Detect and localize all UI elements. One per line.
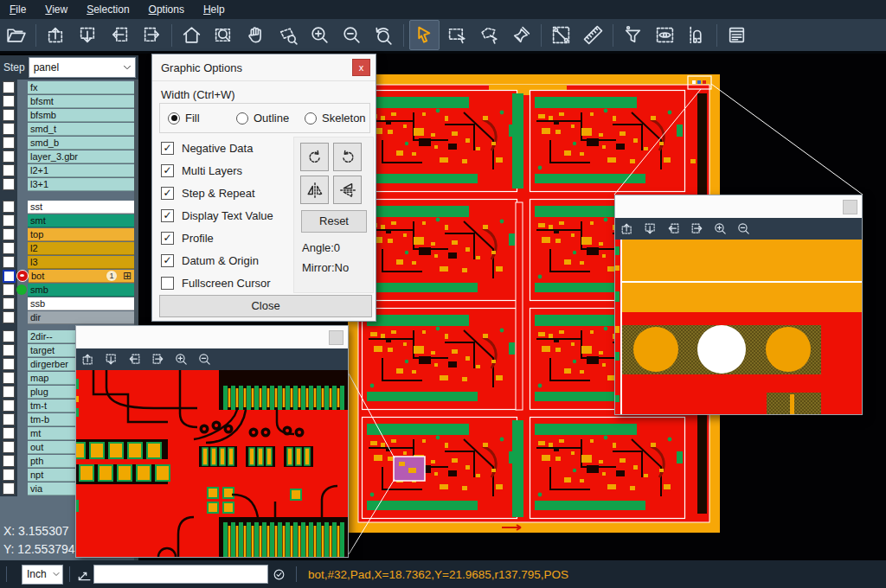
menu-file[interactable]: File — [0, 3, 35, 16]
pan-up-button[interactable] — [40, 21, 72, 50]
pan-right-button[interactable] — [136, 21, 168, 50]
pan-left-button[interactable] — [104, 21, 136, 50]
checkbox-fullscreen-cursor[interactable]: Fullscreen Cursor — [161, 272, 273, 294]
layer-visibility-checkbox[interactable] — [3, 256, 15, 268]
layer-name[interactable]: ssb — [28, 297, 134, 310]
layer-visibility-checkbox[interactable] — [3, 178, 15, 190]
grid-icon[interactable]: ⊞ — [123, 270, 132, 282]
radio-skeleton[interactable]: Skeleton — [305, 112, 365, 125]
zoom-in-button[interactable] — [170, 350, 193, 369]
layer-name[interactable]: smt — [28, 214, 134, 227]
layer-visibility-checkbox[interactable] — [3, 399, 15, 412]
layer-name[interactable]: sst — [28, 201, 134, 214]
pan-left-button[interactable] — [123, 350, 146, 369]
checkbox-negative-data[interactable]: ✓Negative Data — [161, 137, 273, 159]
step-select[interactable]: panel — [29, 57, 136, 78]
layer-name[interactable]: l2 — [28, 242, 134, 255]
layer-name[interactable]: bfsmb — [28, 109, 134, 122]
home-view-button[interactable] — [176, 21, 208, 50]
magnifier-titlebar[interactable] — [76, 326, 348, 348]
rotate-cw-button[interactable] — [300, 143, 329, 171]
layer-name[interactable]: smb — [28, 284, 134, 297]
pan-right-button[interactable] — [146, 350, 170, 369]
layer-visibility-checkbox[interactable] — [3, 123, 15, 135]
pan-right-button[interactable] — [685, 220, 709, 239]
zoom-in-button[interactable] — [304, 21, 336, 50]
layer-visibility-checkbox[interactable] — [3, 311, 15, 323]
filter-button[interactable] — [617, 21, 649, 50]
magnifier-window-button[interactable] — [843, 200, 857, 214]
layer-visibility-checkbox[interactable] — [3, 386, 15, 398]
layer-name[interactable]: smd_b — [28, 137, 134, 150]
layer-name[interactable]: bfsmt — [28, 95, 134, 108]
layer-active-indicator-green[interactable] — [16, 284, 27, 295]
polygon-select-button[interactable] — [473, 21, 505, 50]
flip-horizontal-button[interactable] — [300, 176, 329, 204]
rotate-ccw-button[interactable] — [333, 143, 362, 171]
checkbox-datum-origin[interactable]: ✓Datum & Origin — [161, 249, 273, 272]
zoom-object-button[interactable] — [272, 21, 304, 50]
layer-name[interactable]: fx — [28, 81, 134, 94]
zoom-previous-button[interactable] — [368, 21, 400, 50]
zoom-out-button[interactable] — [336, 21, 368, 50]
layer-name[interactable]: smd_t — [28, 123, 134, 136]
layer-active-indicator-red[interactable] — [16, 270, 29, 282]
layer-name[interactable]: dir — [28, 311, 134, 324]
magnifier-content[interactable] — [615, 240, 862, 414]
layer-visibility-checkbox[interactable] — [3, 214, 15, 227]
snap-button[interactable] — [681, 21, 713, 50]
measure-line-button[interactable] — [545, 21, 577, 50]
ruler-button[interactable] — [577, 21, 609, 50]
menu-view[interactable]: View — [35, 3, 77, 16]
menu-options[interactable]: Options — [139, 3, 194, 16]
dialog-titlebar[interactable]: Graphic Options x — [152, 54, 376, 81]
pan-up-button[interactable] — [615, 220, 639, 239]
checkbox-display-text-value[interactable]: ✓Display Text Value — [161, 204, 273, 227]
layer-visibility-checkbox[interactable] — [3, 284, 15, 296]
radio-outline[interactable]: Outline — [236, 112, 297, 125]
close-button[interactable]: Close — [159, 295, 372, 317]
layer-visibility-checkbox[interactable] — [3, 455, 15, 467]
clean-brush-button[interactable] — [505, 21, 537, 50]
layer-name[interactable]: l3+1 — [28, 178, 134, 191]
layer-visibility-checkbox[interactable] — [3, 413, 15, 425]
radio-fill[interactable]: Fill — [168, 112, 228, 125]
flip-vertical-button[interactable] — [333, 176, 362, 204]
preview-button[interactable] — [649, 21, 681, 50]
pan-down-button[interactable] — [100, 350, 123, 369]
checkbox-step-repeat[interactable]: ✓Step & Repeat — [161, 182, 273, 204]
layer-visibility-checkbox[interactable] — [3, 483, 15, 495]
zoom-out-button[interactable] — [732, 220, 755, 239]
checkbox-profile[interactable]: ✓Profile — [161, 227, 273, 249]
zoom-window-button[interactable] — [208, 21, 240, 50]
corner-reference-button[interactable] — [76, 566, 93, 583]
layer-visibility-checkbox[interactable] — [3, 95, 15, 107]
layer-visibility-checkbox[interactable] — [3, 330, 15, 342]
apply-button[interactable] — [268, 567, 290, 582]
layer-name[interactable]: top — [28, 228, 134, 241]
layer-visibility-checkbox[interactable] — [3, 297, 15, 310]
layer-name[interactable]: layer_3.gbr — [28, 150, 134, 163]
layer-visibility-checkbox[interactable] — [3, 469, 15, 481]
command-input[interactable] — [93, 565, 268, 584]
dialog-close-button[interactable]: x — [352, 59, 370, 76]
open-file-button[interactable] — [0, 21, 32, 50]
layer-visibility-checkbox[interactable] — [3, 228, 15, 240]
menu-selection[interactable]: Selection — [77, 3, 138, 16]
checkbox-multi-layers[interactable]: ✓Multi Layers — [161, 159, 273, 182]
layer-visibility-checkbox[interactable] — [3, 358, 15, 370]
zoom-in-button[interactable] — [709, 220, 732, 239]
layer-visibility-checkbox[interactable] — [3, 427, 15, 439]
layer-visibility-checkbox[interactable] — [3, 372, 15, 384]
layer-visibility-checkbox[interactable] — [3, 137, 15, 149]
magnifier-content[interactable] — [76, 370, 348, 557]
magnifier-window-button[interactable] — [329, 330, 343, 345]
layer-visibility-checkbox[interactable] — [3, 270, 16, 283]
layer-visibility-checkbox[interactable] — [3, 81, 15, 93]
pan-down-button[interactable] — [72, 21, 104, 50]
select-cursor-button[interactable] — [409, 20, 440, 50]
layer-visibility-checkbox[interactable] — [3, 109, 15, 121]
layer-name[interactable]: bot1⊞ — [29, 270, 134, 283]
layer-visibility-checkbox[interactable] — [3, 441, 15, 453]
layer-name[interactable]: l2+1 — [28, 164, 134, 177]
